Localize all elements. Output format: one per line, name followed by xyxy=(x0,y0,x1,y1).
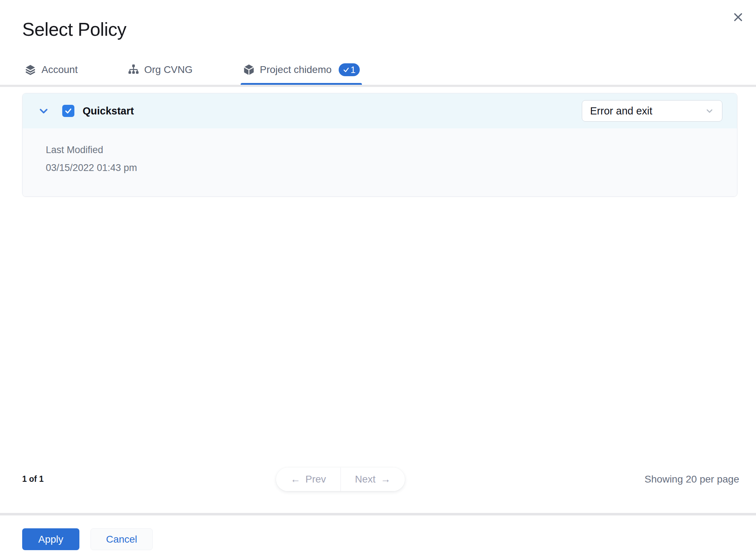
scope-tabs: Account Org CVNG xyxy=(22,60,362,79)
page-count: 1 of 1 xyxy=(22,474,44,484)
last-modified-label: Last Modified xyxy=(46,144,737,156)
next-label: Next xyxy=(355,474,376,485)
page-title: Select Policy xyxy=(22,19,126,40)
chevron-down-icon xyxy=(705,106,714,116)
footer-divider xyxy=(0,513,756,515)
arrow-left-icon: ← xyxy=(290,474,300,485)
check-icon xyxy=(64,107,72,115)
policy-name: Quickstart xyxy=(83,105,134,117)
tab-label: Org CVNG xyxy=(144,64,192,75)
check-icon xyxy=(343,67,349,73)
cancel-button[interactable]: Cancel xyxy=(90,528,153,550)
showing-per-page: Showing 20 per page xyxy=(644,474,739,485)
chevron-down-icon[interactable] xyxy=(38,105,49,117)
cube-icon xyxy=(243,64,255,76)
tab-label: Project chidemo xyxy=(260,64,332,75)
policy-row: Quickstart Error and exit xyxy=(23,93,737,128)
org-hierarchy-icon xyxy=(128,64,139,75)
prev-label: Prev xyxy=(305,474,326,485)
policy-checkbox[interactable] xyxy=(62,105,74,117)
tab-account[interactable]: Account xyxy=(22,60,80,79)
last-modified-value: 03/15/2022 01:43 pm xyxy=(46,162,737,173)
arrow-right-icon: → xyxy=(381,474,391,485)
policy-card: Quickstart Error and exit Last Modified … xyxy=(22,93,737,197)
next-button[interactable]: Next → xyxy=(340,468,405,491)
tab-org-cvng[interactable]: Org CVNG xyxy=(126,60,195,79)
policy-action-select[interactable]: Error and exit xyxy=(582,100,722,122)
apply-button[interactable]: Apply xyxy=(22,528,79,550)
select-value: Error and exit xyxy=(590,105,652,117)
policy-details: Last Modified 03/15/2022 01:43 pm xyxy=(23,128,737,197)
selected-count-badge: 1 xyxy=(339,63,360,76)
tabs-divider xyxy=(0,85,756,87)
badge-count: 1 xyxy=(350,65,355,75)
tab-project-chidemo[interactable]: Project chidemo 1 xyxy=(241,60,362,79)
layers-icon xyxy=(24,64,36,76)
tab-label: Account xyxy=(41,64,78,75)
prev-button[interactable]: ← Prev xyxy=(276,468,340,491)
pagination-controls: ← Prev Next → xyxy=(276,468,405,491)
select-policy-modal: Select Policy Account xyxy=(0,0,756,553)
close-icon[interactable] xyxy=(728,7,748,27)
